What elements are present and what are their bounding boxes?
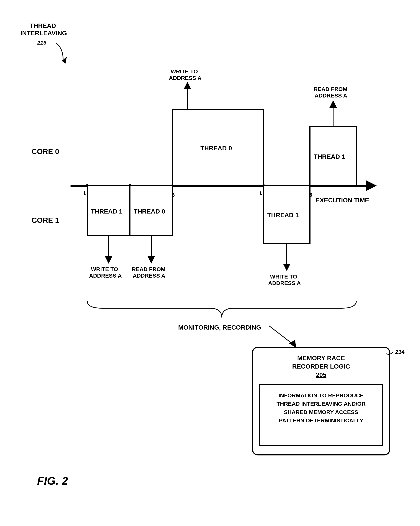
r2b: ADDRESS A [315, 92, 347, 99]
inner-l1: INFORMATION TO REPRODUCE [279, 392, 364, 398]
figure-label: FIG. 2 [37, 475, 68, 487]
axis-label: EXECUTION TIME [316, 197, 369, 204]
svg-marker-8 [283, 264, 290, 271]
title-line2: INTERLEAVING [20, 30, 67, 37]
chunk-c1-t1-label: THREAD 1 [91, 208, 122, 215]
chunk-c0-t1-label: THREAD 1 [314, 153, 345, 160]
diagram-root: THREAD INTERLEAVING 216 CORE 0 CORE 1 EX… [0, 0, 420, 526]
chunk-c0-t0-label: THREAD 0 [200, 145, 232, 152]
core0-label: CORE 0 [31, 147, 59, 156]
w1a: WRITE TO [91, 266, 118, 272]
svg-marker-2 [105, 256, 112, 264]
svg-marker-6 [184, 82, 191, 89]
chunks: THREAD 1 THREAD 0 THREAD 0 THREAD 1 THRE… [87, 110, 356, 243]
w1b: ADDRESS A [89, 273, 122, 279]
axis-arrowhead [366, 180, 377, 191]
r1b: ADDRESS A [133, 273, 165, 279]
svg-marker-10 [330, 100, 337, 108]
inner-l2: THREAD INTERLEAVING AND/OR [277, 401, 366, 407]
brace: MONITORING, RECORDING [87, 301, 356, 348]
inner-l4: PATTERN DETERMINISTICALLY [279, 417, 363, 424]
brace-label: MONITORING, RECORDING [178, 324, 261, 331]
title-line1: THREAD [30, 22, 56, 29]
svg-marker-4 [148, 256, 155, 264]
title-pointer [56, 43, 63, 60]
w0a: WRITE TO [171, 68, 198, 74]
chunk-c1-t1b-label: THREAD 1 [267, 212, 299, 219]
svg-marker-12 [289, 340, 296, 348]
r1a: READ FROM [132, 266, 166, 272]
w2a: WRITE TO [270, 273, 297, 280]
t1-sym: t [83, 189, 86, 196]
mrr-l1: MEMORY RACE [297, 354, 345, 362]
r2a: READ FROM [314, 86, 347, 92]
t4-sym: t [260, 189, 262, 196]
title-ref: 216 [37, 40, 46, 46]
inner-l3: SHARED MEMORY ACCESS [284, 409, 358, 415]
mrr-box: MEMORY RACE RECORDER LOGIC 205 INFORMATI… [252, 347, 405, 455]
mrr-l2: RECORDER LOGIC [292, 363, 350, 370]
svg-line-11 [269, 326, 293, 344]
w2b: ADDRESS A [268, 280, 301, 286]
title-block: THREAD INTERLEAVING 216 [20, 22, 67, 63]
chunk-c1-t0-label: THREAD 0 [134, 208, 165, 215]
w0b: ADDRESS A [169, 75, 201, 81]
title-pointer-head [62, 57, 67, 63]
mrr-l3: 205 [316, 371, 326, 378]
core1-label: CORE 1 [31, 216, 59, 224]
mrr-ref: 214 [395, 349, 405, 355]
